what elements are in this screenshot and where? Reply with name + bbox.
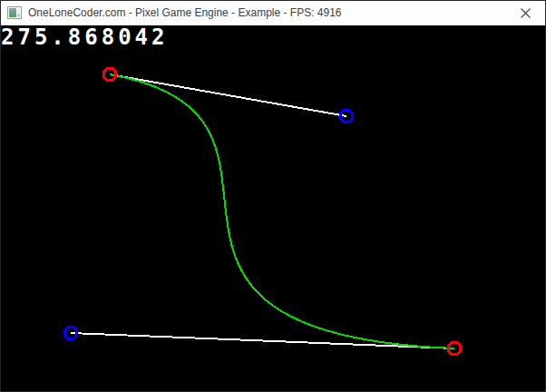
handle-line — [71, 333, 454, 348]
spline-curve — [110, 74, 454, 348]
value-readout: 275.868042 — [1, 26, 169, 48]
app-icon — [7, 5, 22, 20]
close-button[interactable] — [504, 0, 546, 25]
app-window: OneLoneCoder.com - Pixel Game Engine - E… — [0, 0, 546, 392]
titlebar[interactable]: OneLoneCoder.com - Pixel Game Engine - E… — [0, 0, 546, 25]
close-icon — [521, 8, 531, 18]
spline-drawing — [0, 25, 546, 392]
game-canvas[interactable]: 275.868042 — [0, 25, 546, 392]
window-title: OneLoneCoder.com - Pixel Game Engine - E… — [28, 0, 504, 25]
handle-line — [110, 74, 346, 116]
